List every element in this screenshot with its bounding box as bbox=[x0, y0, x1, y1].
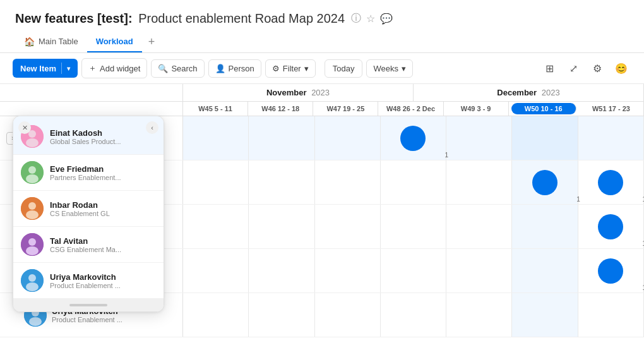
cell-eve-w46 bbox=[249, 160, 314, 204]
cell-inbar-w49 bbox=[446, 205, 512, 248]
cell-uriya-w47 bbox=[315, 293, 381, 337]
search-icon: 🔍 bbox=[158, 64, 168, 73]
tab-add-button[interactable]: + bbox=[142, 31, 162, 52]
settings-icon-btn[interactable]: ⚙ bbox=[587, 58, 607, 78]
tabs-bar: 🏠 Main Table Workload + bbox=[0, 31, 644, 53]
header-icons: ⓘ ☆ 💬 bbox=[351, 12, 393, 25]
popup-person-info-eve: Eve Friedman Partners Enablement... bbox=[50, 164, 156, 181]
page-header: New features [test]: Product enablement … bbox=[0, 0, 644, 31]
cell-eve-w50: 1 bbox=[512, 160, 578, 204]
popup-nav-button[interactable]: ‹ bbox=[146, 121, 158, 134]
toolbar-right: ⊞ ⤢ ⚙ 😊 bbox=[539, 58, 631, 78]
popup-person-info-tal: Tal Avitan CSG Enablement Ma... bbox=[50, 236, 156, 253]
star-icon[interactable]: ☆ bbox=[366, 13, 375, 25]
popup-person-role-tal: CSG Enablement Ma... bbox=[50, 246, 156, 253]
cell-tal-w51: 1 bbox=[578, 249, 644, 293]
cell-eve-w49 bbox=[446, 160, 512, 204]
popup-row-einat[interactable]: Einat Kadosh Global Sales Product... bbox=[13, 116, 164, 155]
popup-person-role-eve: Partners Enablement... bbox=[50, 174, 156, 181]
popup-avatar-inbar bbox=[21, 197, 44, 220]
dot-inbar-w51[interactable] bbox=[598, 214, 623, 239]
toolbar: New Item ▾ ＋ Add widget 🔍 Search 👤 Perso… bbox=[0, 53, 644, 84]
cell-tal-w49 bbox=[446, 249, 512, 293]
popup-person-role-inbar: CS Enablement GL bbox=[50, 210, 156, 217]
popup-card: ✕ ‹ Einat Kadosh Global Sales Product... bbox=[13, 116, 164, 312]
week-w48: W48 26 - 2 Dec bbox=[378, 102, 443, 116]
filter-button[interactable]: ⚙ Filter ▾ bbox=[265, 59, 316, 78]
popup-person-name-eve: Eve Friedman bbox=[50, 164, 156, 174]
popup-close-button[interactable]: ✕ bbox=[18, 121, 31, 134]
popup-avatar-eve bbox=[21, 161, 44, 184]
popup-row-uriya[interactable]: Uriya Markovitch Product Enablement ... bbox=[13, 263, 164, 299]
tab-workload[interactable]: Workload bbox=[87, 32, 142, 52]
cell-tal-w46 bbox=[249, 249, 314, 293]
fit-icon-btn[interactable]: ⤢ bbox=[563, 58, 583, 78]
cell-inbar-w50 bbox=[512, 205, 578, 248]
emoji-icon-btn[interactable]: 😊 bbox=[611, 58, 631, 78]
popup-row-inbar[interactable]: Inbar Rodan CS Enablement GL bbox=[13, 191, 164, 227]
dot-einat-w48[interactable] bbox=[400, 126, 426, 151]
popup-person-name-inbar: Inbar Rodan bbox=[50, 200, 156, 210]
popup-person-info-inbar: Inbar Rodan CS Enablement GL bbox=[50, 200, 156, 217]
popup-person-role-einat: Global Sales Product... bbox=[50, 138, 156, 145]
week-w50: W50 10 - 16 bbox=[511, 103, 576, 114]
dot-tal-w51[interactable] bbox=[598, 258, 623, 284]
month-november: November 2023 bbox=[183, 84, 414, 101]
dot-eve-w51[interactable] bbox=[598, 170, 623, 195]
cell-einat-w49 bbox=[446, 116, 512, 160]
dot-eve-w50[interactable] bbox=[532, 170, 558, 195]
expand-icon-btn[interactable]: ⊞ bbox=[539, 58, 559, 78]
cell-tal-w45 bbox=[183, 249, 249, 293]
week-w47: W47 19 - 25 bbox=[313, 102, 378, 116]
popup-avatar-uriya bbox=[21, 269, 44, 292]
filter-chevron: ▾ bbox=[304, 64, 309, 73]
search-button[interactable]: 🔍 Search bbox=[151, 59, 204, 78]
person-icon: 👤 bbox=[215, 64, 225, 73]
cell-inbar-w45 bbox=[183, 205, 249, 248]
week-w49: W49 3 - 9 bbox=[444, 102, 509, 116]
cell-einat-w46 bbox=[249, 116, 314, 160]
cell-inbar-w48 bbox=[381, 205, 446, 248]
cell-einat-w48: 1 bbox=[381, 116, 446, 160]
cell-tal-w50 bbox=[512, 249, 578, 293]
info-icon[interactable]: ⓘ bbox=[351, 12, 361, 25]
popup-row-eve[interactable]: Eve Friedman Partners Enablement... bbox=[13, 155, 164, 191]
share-icon[interactable]: 💬 bbox=[380, 13, 393, 25]
cell-eve-w45 bbox=[183, 160, 249, 204]
home-icon: 🏠 bbox=[24, 37, 35, 47]
page-title: New features [test]: Product enablement … bbox=[15, 11, 345, 26]
svg-point-28 bbox=[28, 274, 36, 282]
main-content: November 2023 December 2023 W45 5 - 11 W… bbox=[0, 84, 644, 345]
popup-person-name-einat: Einat Kadosh bbox=[50, 128, 156, 138]
svg-point-14 bbox=[29, 317, 42, 326]
person-role-uriya: Product Enablement ... bbox=[52, 316, 176, 323]
weeks-chevron: ▾ bbox=[402, 64, 406, 73]
week-w46: W46 12 - 18 bbox=[248, 102, 313, 116]
add-widget-button[interactable]: ＋ Add widget bbox=[81, 58, 147, 78]
svg-point-29 bbox=[26, 282, 39, 291]
scroll-bar bbox=[69, 304, 107, 306]
filter-icon: ⚙ bbox=[272, 64, 280, 73]
cell-inbar-w51: 1 bbox=[578, 205, 644, 248]
popup-avatar-tal bbox=[21, 233, 44, 256]
cell-inbar-w47 bbox=[315, 205, 381, 248]
svg-point-25 bbox=[28, 238, 36, 246]
cell-uriya-w51 bbox=[578, 293, 644, 337]
new-item-button[interactable]: New Item ▾ bbox=[13, 59, 78, 78]
cell-uriya-w49 bbox=[446, 293, 512, 337]
tab-main-table[interactable]: 🏠 Main Table bbox=[15, 32, 87, 53]
popup-person-name-tal: Tal Avitan bbox=[50, 236, 156, 246]
cell-einat-w51 bbox=[578, 116, 644, 160]
today-button[interactable]: Today bbox=[325, 59, 363, 78]
month-headers: November 2023 December 2023 bbox=[0, 84, 644, 102]
popup-row-tal[interactable]: Tal Avitan CSG Enablement Ma... bbox=[13, 227, 164, 263]
person-button[interactable]: 👤 Person bbox=[208, 59, 261, 78]
cell-eve-w51: 1 bbox=[578, 160, 644, 204]
cell-tal-w48 bbox=[381, 249, 446, 293]
cell-inbar-w46 bbox=[249, 205, 314, 248]
svg-point-23 bbox=[26, 210, 39, 219]
svg-point-17 bbox=[26, 138, 39, 147]
popup-person-name-uriya: Uriya Markovitch bbox=[50, 272, 156, 282]
weeks-button[interactable]: Weeks ▾ bbox=[366, 59, 413, 78]
week-w45: W45 5 - 11 bbox=[183, 102, 248, 116]
